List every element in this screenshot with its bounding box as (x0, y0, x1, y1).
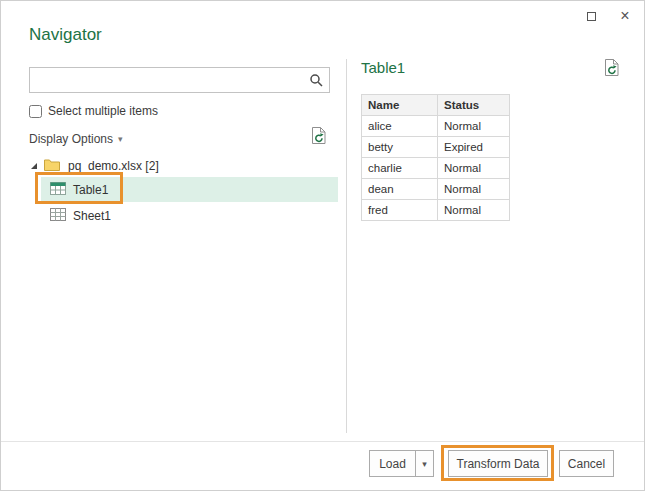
cancel-button[interactable]: Cancel (559, 450, 614, 477)
search-input[interactable] (30, 68, 303, 92)
search-box (29, 67, 330, 93)
close-icon[interactable]: × (616, 7, 634, 25)
table-icon (50, 182, 66, 198)
refresh-icon[interactable] (311, 126, 328, 148)
window-controls: × (582, 7, 634, 25)
table-row: dean Normal (362, 179, 510, 200)
display-options-dropdown[interactable]: Display Options ▾ (29, 132, 123, 146)
tree-item-sheet1[interactable]: Sheet1 (41, 205, 338, 227)
table-cell: fred (362, 200, 438, 221)
folder-icon (44, 158, 60, 174)
column-header: Name (362, 95, 438, 116)
table-row: betty Expired (362, 137, 510, 158)
table-cell: charlie (362, 158, 438, 179)
maximize-icon[interactable] (582, 7, 600, 25)
select-multiple-row: Select multiple items (29, 104, 158, 118)
preview-title: Table1 (361, 59, 405, 76)
table-cell: Normal (438, 179, 510, 200)
transform-data-button[interactable]: Transform Data (448, 450, 548, 477)
tree-folder-row[interactable]: pq_demo.xlsx [2] (29, 155, 337, 177)
table-cell: Expired (438, 137, 510, 158)
sheet-icon (50, 208, 66, 224)
table-cell: Normal (438, 116, 510, 137)
load-dropdown-arrow[interactable]: ▾ (415, 450, 434, 477)
navigator-dialog: × Navigator Select multiple items Displa… (0, 0, 645, 491)
refresh-preview-icon[interactable] (604, 58, 621, 80)
select-multiple-checkbox[interactable] (29, 105, 42, 118)
load-button[interactable]: Load (369, 450, 416, 477)
tree-item-label: Table1 (73, 183, 108, 197)
tree-item-label: Sheet1 (73, 209, 111, 223)
page-title: Navigator (29, 25, 102, 45)
column-header: Status (438, 95, 510, 116)
table-cell: Normal (438, 158, 510, 179)
table-row: alice Normal (362, 116, 510, 137)
table-row: charlie Normal (362, 158, 510, 179)
tree-expand-icon[interactable] (29, 161, 39, 171)
search-icon[interactable] (303, 68, 329, 92)
display-options-label: Display Options (29, 132, 113, 146)
preview-table: Name Status alice Normal betty Expired c… (361, 94, 510, 221)
tree-item-table1[interactable]: Table1 (41, 177, 338, 202)
table-cell: dean (362, 179, 438, 200)
table-cell: Normal (438, 200, 510, 221)
tree-folder-label: pq_demo.xlsx [2] (68, 159, 159, 173)
table-cell: betty (362, 137, 438, 158)
table-cell: alice (362, 116, 438, 137)
panel-divider (346, 59, 347, 433)
table-header-row: Name Status (362, 95, 510, 116)
select-multiple-label: Select multiple items (48, 104, 158, 118)
footer-divider (1, 441, 644, 442)
chevron-down-icon: ▾ (118, 134, 123, 144)
table-row: fred Normal (362, 200, 510, 221)
